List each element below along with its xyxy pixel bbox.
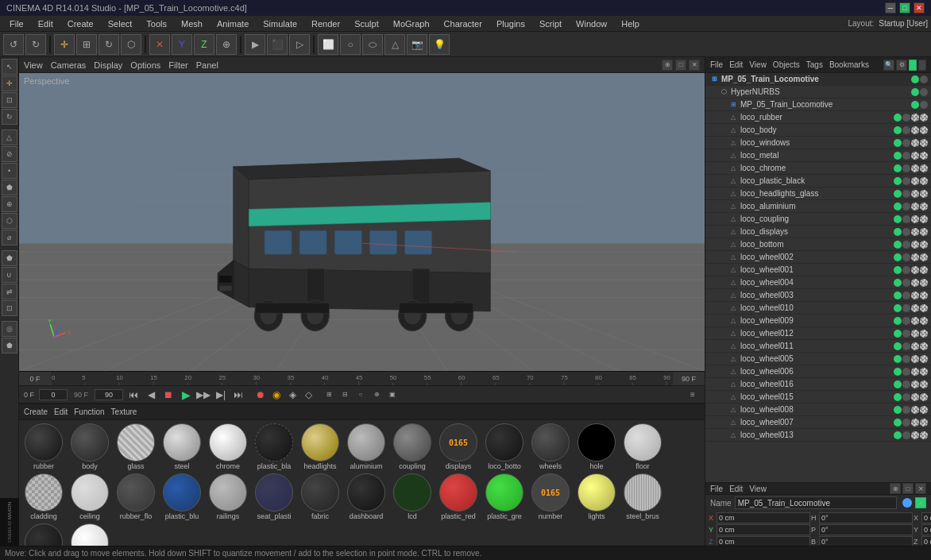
mat-plastic-blue[interactable]: plastic_blu xyxy=(160,473,203,520)
toolbar-rec[interactable]: ⬛ xyxy=(267,34,288,55)
obj-search-icon[interactable]: 🔍 xyxy=(883,60,894,71)
tool-extra2[interactable]: ⬟ xyxy=(2,338,17,353)
obj-row-w001[interactable]: △ loco_wheel001 xyxy=(705,264,931,276)
prop-y-val[interactable] xyxy=(717,524,810,535)
menu-edit[interactable]: Edit xyxy=(32,17,60,30)
key-btn[interactable]: ◈ xyxy=(285,388,299,402)
mat-fabric[interactable]: fabric xyxy=(299,473,342,520)
toolbar-cyl[interactable]: ⬭ xyxy=(362,34,383,55)
obj-row-loco-hg[interactable]: △ loco_headlights_glass xyxy=(705,187,931,200)
pb-settings[interactable]: ≡ xyxy=(686,388,700,402)
pb-icon3[interactable]: ○ xyxy=(353,388,368,402)
menu-sculpt[interactable]: Sculpt xyxy=(348,17,385,30)
layout-value[interactable]: Startup [User] xyxy=(879,19,928,28)
del-key-btn[interactable]: ◇ xyxy=(301,388,315,402)
prop-sx-val[interactable] xyxy=(921,512,931,523)
obj-row-w006[interactable]: △ loco_wheel006 xyxy=(705,365,931,378)
menu-file[interactable]: File xyxy=(3,17,30,30)
mat-coupling[interactable]: coupling xyxy=(391,423,434,470)
mat-chrome[interactable]: chrome xyxy=(207,423,249,470)
mat-hole[interactable]: hole xyxy=(575,423,618,470)
obj-row-loco-plastic-black[interactable]: △ loco_plastic_black xyxy=(705,175,931,187)
viewport-menu-options[interactable]: Options xyxy=(130,60,160,70)
playback-play-rev[interactable]: ▶▶ xyxy=(196,388,211,402)
close-btn[interactable]: ✕ xyxy=(914,2,925,14)
menu-animate[interactable]: Animate xyxy=(211,17,255,30)
mat-displays[interactable]: 0165 displays xyxy=(437,423,480,470)
pb-icon5[interactable]: ▣ xyxy=(385,388,400,402)
obj-row-mp05[interactable]: ⊞ MP_05_Train_Locomotive xyxy=(705,98,931,111)
menu-tools[interactable]: Tools xyxy=(140,17,173,30)
mat-plastic-black[interactable]: plastic_bla xyxy=(253,423,296,470)
obj-row-loco-alum[interactable]: △ loco_aluminium xyxy=(705,200,931,213)
menu-help[interactable]: Help xyxy=(615,17,646,30)
playback-goto-start[interactable]: ⏮ xyxy=(126,388,141,402)
obj-row-w012[interactable]: △ loco_wheel012 xyxy=(705,327,931,340)
tool-brush[interactable]: ⬟ xyxy=(2,180,17,195)
prop-tab-view[interactable]: View xyxy=(749,485,767,493)
timeline-ruler[interactable]: 0 F xyxy=(19,371,705,385)
obj-settings-icon[interactable]: ⚙ xyxy=(896,60,907,71)
toolbar-world[interactable]: ⊕ xyxy=(216,34,237,55)
pb-icon2[interactable]: ⊟ xyxy=(338,388,352,402)
3d-viewport[interactable]: X Y Z Perspective xyxy=(19,73,705,371)
tool-extrude[interactable]: ⬡ xyxy=(2,213,17,229)
obj-row-w010[interactable]: △ loco_wheel010 xyxy=(705,302,931,315)
obj-row-hypernurbs[interactable]: ⬡ HyperNURBS xyxy=(705,86,931,98)
tool-mirror[interactable]: ⇌ xyxy=(2,284,17,299)
playback-play[interactable]: ▶ xyxy=(179,388,193,402)
mat-steel[interactable]: steel xyxy=(160,423,203,470)
viewport-icon-2[interactable]: □ xyxy=(675,60,686,71)
toolbar-arr[interactable]: △ xyxy=(384,34,405,55)
mat-headlights2[interactable]: headlights xyxy=(68,523,111,546)
mat-lcd[interactable]: lcd xyxy=(391,473,434,520)
prop-icon1[interactable]: ⊕ xyxy=(890,483,901,494)
mat-aluminium[interactable]: aluminium xyxy=(345,423,388,470)
prop-check[interactable]: ✓ xyxy=(915,497,926,508)
toolbar-redo[interactable]: ↻ xyxy=(25,34,46,55)
tool-scale[interactable]: ⊡ xyxy=(2,92,17,108)
viewport-menu-view[interactable]: View xyxy=(24,60,43,70)
prop-tab-edit[interactable]: Edit xyxy=(729,485,743,493)
menu-mesh[interactable]: Mesh xyxy=(175,17,209,30)
tool-weld[interactable]: ⊡ xyxy=(2,300,17,316)
mat-floor[interactable]: floor xyxy=(621,423,664,470)
menu-simulate[interactable]: Simulate xyxy=(257,17,303,30)
record-btn[interactable]: ⏺ xyxy=(253,388,268,402)
obj-row-loco-metal[interactable]: △ loco_metal xyxy=(705,149,931,162)
playback-step-fwd[interactable]: ▶| xyxy=(214,388,228,402)
tool-poly[interactable]: △ xyxy=(2,129,17,145)
menu-plugins[interactable]: Plugins xyxy=(490,17,531,30)
toolbar-cube[interactable]: ⬜ xyxy=(318,34,338,55)
prop-x-val[interactable] xyxy=(717,512,810,523)
mat-railings[interactable]: railings xyxy=(207,473,249,520)
menu-select[interactable]: Select xyxy=(102,17,139,30)
obj-header-view[interactable]: View xyxy=(749,60,767,69)
obj-header-file[interactable]: File xyxy=(710,60,723,69)
tool-loop[interactable]: ⌀ xyxy=(2,230,17,245)
prop-name-input[interactable] xyxy=(735,496,897,509)
mat-cladding[interactable]: cladding xyxy=(22,473,65,520)
obj-row-w007[interactable]: △ loco_wheel007 xyxy=(705,416,931,429)
menu-mograph[interactable]: MoGraph xyxy=(387,17,436,30)
prop-icon2[interactable]: □ xyxy=(902,483,914,494)
mat-rubber-floor[interactable]: rubber_flo xyxy=(114,473,157,520)
mat-number[interactable]: 0165 number xyxy=(529,473,572,520)
toolbar-y[interactable]: Y xyxy=(172,34,192,55)
toolbar-move[interactable]: ✛ xyxy=(54,34,75,55)
toolbar-scale[interactable]: ⊞ xyxy=(76,34,97,55)
obj-row-w008[interactable]: △ loco_wheel008 xyxy=(705,404,931,416)
obj-row-loco-displays[interactable]: △ loco_displays xyxy=(705,226,931,238)
playback-goto-end[interactable]: ⏭ xyxy=(231,388,245,402)
mat-loco-bottom[interactable]: loco_botto xyxy=(483,423,526,470)
mat-wheels[interactable]: wheels xyxy=(529,423,572,470)
mat-menu-edit[interactable]: Edit xyxy=(54,407,68,416)
obj-row-w004[interactable]: △ loco_wheel004 xyxy=(705,276,931,289)
obj-row-w003[interactable]: △ loco_wheel003 xyxy=(705,289,931,302)
obj-row-w013[interactable]: △ loco_wheel013 xyxy=(705,429,931,442)
tool-point[interactable]: • xyxy=(2,163,17,179)
mat-dashboard[interactable]: dashboard xyxy=(345,473,388,520)
menu-window[interactable]: Window xyxy=(570,17,613,30)
tool-paint[interactable]: ⬟ xyxy=(2,250,17,266)
viewport-menu-display[interactable]: Display xyxy=(94,60,122,70)
